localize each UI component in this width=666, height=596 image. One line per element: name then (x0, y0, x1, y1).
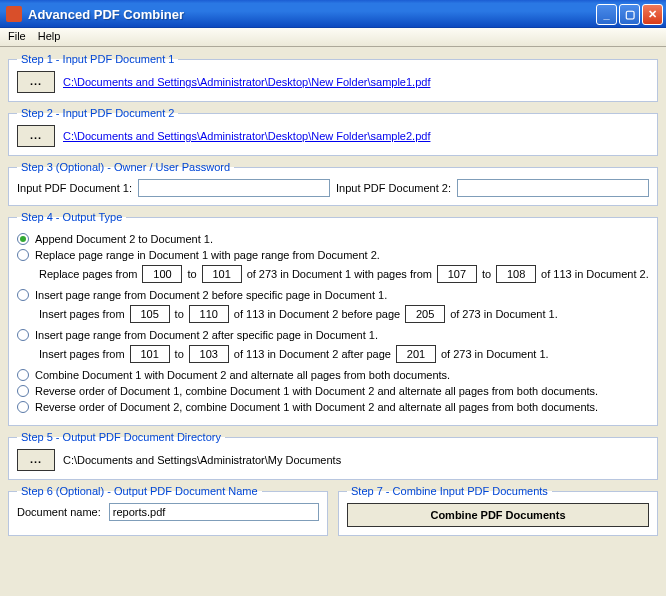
step3-password2-input[interactable] (457, 179, 649, 197)
window-title: Advanced PDF Combiner (28, 7, 596, 22)
opt4-to-input[interactable] (189, 345, 229, 363)
opt4-text-b: to (175, 348, 184, 360)
opt3-text-a: Insert pages from (39, 308, 125, 320)
opt4-from-input[interactable] (130, 345, 170, 363)
step6-label: Document name: (17, 506, 101, 518)
opt2-from2-input[interactable] (437, 265, 477, 283)
opt2-to2-input[interactable] (496, 265, 536, 283)
step2-browse-button[interactable]: ... (17, 125, 55, 147)
radio-reverse1-alt[interactable] (17, 385, 29, 397)
opt3-text-c: of 113 in Document 2 before page (234, 308, 400, 320)
opt2-text-d: to (482, 268, 491, 280)
opt4-text-c: of 113 in Document 2 after page (234, 348, 391, 360)
step5-group: Step 5 - Output PDF Document Directory .… (8, 431, 658, 480)
step1-group: Step 1 - Input PDF Document 1 ... C:\Doc… (8, 53, 658, 102)
combine-button[interactable]: Combine PDF Documents (347, 503, 649, 527)
opt3-from-input[interactable] (130, 305, 170, 323)
minimize-button[interactable]: _ (596, 4, 617, 25)
step5-browse-button[interactable]: ... (17, 449, 55, 471)
radio-insert-after[interactable] (17, 329, 29, 341)
step3-password1-input[interactable] (138, 179, 330, 197)
opt5-label: Combine Document 1 with Document 2 and a… (35, 369, 450, 381)
step7-group: Step 7 - Combine Input PDF Documents Com… (338, 485, 658, 536)
opt4-page-input[interactable] (396, 345, 436, 363)
step1-path-link[interactable]: C:\Documents and Settings\Administrator\… (63, 76, 430, 88)
radio-reverse2-alt[interactable] (17, 401, 29, 413)
opt3-to-input[interactable] (189, 305, 229, 323)
step2-group: Step 2 - Input PDF Document 2 ... C:\Doc… (8, 107, 658, 156)
step6-docname-input[interactable] (109, 503, 319, 521)
radio-append[interactable] (17, 233, 29, 245)
opt4-text-d: of 273 in Document 1. (441, 348, 549, 360)
step6-group: Step 6 (Optional) - Output PDF Document … (8, 485, 328, 536)
titlebar: Advanced PDF Combiner _ ▢ ✕ (0, 0, 666, 28)
maximize-button[interactable]: ▢ (619, 4, 640, 25)
step4-group: Step 4 - Output Type Append Document 2 t… (8, 211, 658, 426)
menubar: File Help (0, 28, 666, 47)
opt2-text-c: of 273 in Document 1 with pages from (247, 268, 432, 280)
step6-legend: Step 6 (Optional) - Output PDF Document … (17, 485, 262, 497)
radio-combine-alt[interactable] (17, 369, 29, 381)
step2-path-link[interactable]: C:\Documents and Settings\Administrator\… (63, 130, 430, 142)
step3-label1: Input PDF Document 1: (17, 182, 132, 194)
opt2-to-input[interactable] (202, 265, 242, 283)
opt2-text-b: to (187, 268, 196, 280)
opt2-from-input[interactable] (142, 265, 182, 283)
step1-browse-button[interactable]: ... (17, 71, 55, 93)
opt3-page-input[interactable] (405, 305, 445, 323)
step2-legend: Step 2 - Input PDF Document 2 (17, 107, 178, 119)
opt4-label: Insert page range from Document 2 after … (35, 329, 378, 341)
opt2-text-e: of 113 in Document 2. (541, 268, 649, 280)
radio-insert-before[interactable] (17, 289, 29, 301)
window-controls: _ ▢ ✕ (596, 4, 663, 25)
step5-legend: Step 5 - Output PDF Document Directory (17, 431, 225, 443)
step3-group: Step 3 (Optional) - Owner / User Passwor… (8, 161, 658, 206)
step4-legend: Step 4 - Output Type (17, 211, 126, 223)
opt4-text-a: Insert pages from (39, 348, 125, 360)
app-icon (6, 6, 22, 22)
step3-legend: Step 3 (Optional) - Owner / User Passwor… (17, 161, 234, 173)
opt7-label: Reverse order of Document 2, combine Doc… (35, 401, 598, 413)
opt2-label: Replace page range in Document 1 with pa… (35, 249, 380, 261)
step3-label2: Input PDF Document 2: (336, 182, 451, 194)
client-area: Step 1 - Input PDF Document 1 ... C:\Doc… (0, 47, 666, 549)
radio-replace[interactable] (17, 249, 29, 261)
opt2-text-a: Replace pages from (39, 268, 137, 280)
menu-help[interactable]: Help (38, 30, 61, 44)
step1-legend: Step 1 - Input PDF Document 1 (17, 53, 178, 65)
opt6-label: Reverse order of Document 1, combine Doc… (35, 385, 598, 397)
opt3-label: Insert page range from Document 2 before… (35, 289, 387, 301)
step7-legend: Step 7 - Combine Input PDF Documents (347, 485, 552, 497)
opt1-label: Append Document 2 to Document 1. (35, 233, 213, 245)
step5-path: C:\Documents and Settings\Administrator\… (63, 454, 341, 466)
opt3-text-d: of 273 in Document 1. (450, 308, 558, 320)
close-button[interactable]: ✕ (642, 4, 663, 25)
menu-file[interactable]: File (8, 30, 26, 44)
opt3-text-b: to (175, 308, 184, 320)
